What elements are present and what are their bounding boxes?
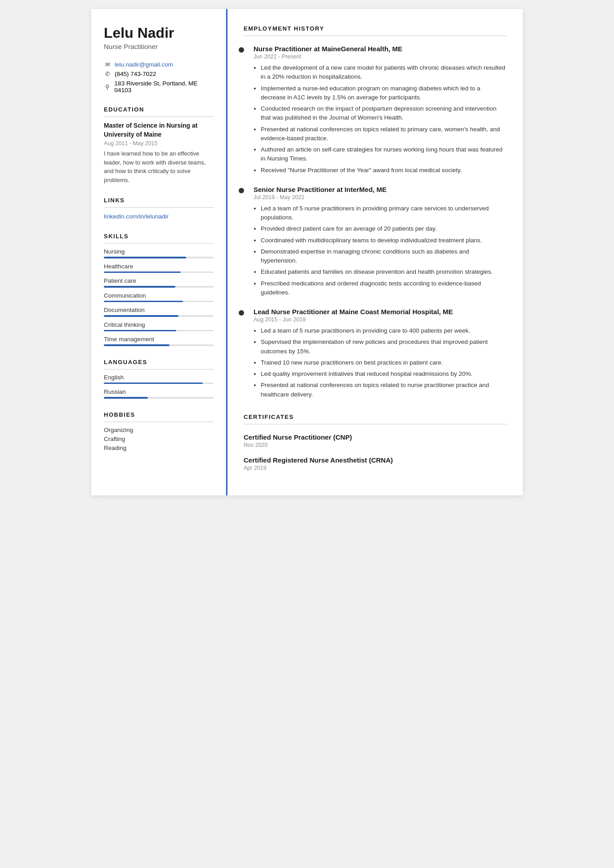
skill-bar-bg xyxy=(104,286,214,288)
language-bar-fill xyxy=(104,397,148,399)
skill-name: Communication xyxy=(104,292,214,299)
linkedin-link[interactable]: linkedin.com/in/lelunadir xyxy=(104,213,169,220)
bullet-item: Educated patients and families on diseas… xyxy=(261,267,507,276)
bullet-item: Led a team of 5 nurse practitioners in p… xyxy=(261,326,507,335)
skill-item: Healthcare xyxy=(104,263,214,273)
emp-dot xyxy=(239,310,244,316)
skill-bar-fill xyxy=(104,315,178,317)
edu-date: Aug 2011 - May 2015 xyxy=(104,140,214,147)
skill-name: Patient care xyxy=(104,277,214,284)
cert-date: Apr 2019 xyxy=(244,465,507,471)
skill-bar-bg xyxy=(104,330,214,332)
skill-name: Healthcare xyxy=(104,263,214,270)
skill-bar-fill xyxy=(104,301,183,303)
emp-dot xyxy=(239,47,244,53)
employment-section-title: Employment History xyxy=(244,25,507,36)
languages-section-title: Languages xyxy=(104,359,214,369)
language-item: Russian xyxy=(104,388,214,399)
language-bar-fill xyxy=(104,383,203,384)
skill-bar-fill xyxy=(104,344,169,346)
skill-name: Documentation xyxy=(104,307,214,313)
skill-bar-bg xyxy=(104,315,214,317)
cert-date: Nov 2020 xyxy=(244,442,507,448)
education-entry: Master of Science in Nursing at Universi… xyxy=(104,121,214,184)
skill-bar-bg xyxy=(104,272,214,273)
certificates-section-title: Certificates xyxy=(244,414,507,424)
skill-item: Communication xyxy=(104,292,214,303)
skill-bar-fill xyxy=(104,286,175,288)
skill-bar-fill xyxy=(104,272,181,273)
skills-list: Nursing Healthcare Patient care Communic… xyxy=(104,248,214,346)
skill-item: Documentation xyxy=(104,307,214,317)
edu-description: I have learned how to be an effective le… xyxy=(104,149,214,184)
skill-item: Patient care xyxy=(104,277,214,288)
education-section-title: Education xyxy=(104,106,214,117)
bullet-item: Led the development of a new care model … xyxy=(261,63,507,82)
cert-title: Certified Nurse Practitioner (CNP) xyxy=(244,433,507,441)
bullet-item: Demonstrated expertise in managing chron… xyxy=(261,247,507,266)
phone-icon: ✆ xyxy=(104,71,111,77)
email-link[interactable]: lelu.nadir@gmail.com xyxy=(115,61,173,68)
hobby-item: Organizing xyxy=(104,427,214,433)
bullet-item: Conducted research on the impact of post… xyxy=(261,104,507,123)
email-item: ✉ lelu.nadir@gmail.com xyxy=(104,61,214,68)
bullet-item: Led a team of 5 nurse practitioners in p… xyxy=(261,204,507,223)
certificate-entry: Certified Registered Nurse Anesthetist (… xyxy=(244,456,507,471)
emp-bullets: Led the development of a new care model … xyxy=(254,63,507,175)
bullet-item: Presented at national conferences on top… xyxy=(261,125,507,143)
skills-section-title: Skills xyxy=(104,233,214,244)
languages-list: English Russian xyxy=(104,374,214,399)
bullet-item: Authored an article on self-care strateg… xyxy=(261,145,507,164)
left-column: Lelu Nadir Nurse Practitioner ✉ lelu.nad… xyxy=(91,9,226,495)
edu-degree: Master of Science in Nursing at Universi… xyxy=(104,121,214,139)
bullet-item: Implemented a nurse-led education progra… xyxy=(261,84,507,102)
skill-bar-bg xyxy=(104,257,214,258)
email-icon: ✉ xyxy=(104,61,111,68)
employment-entry: Nurse Practitioner at MaineGeneral Healt… xyxy=(244,45,507,175)
resume-container: Lelu Nadir Nurse Practitioner ✉ lelu.nad… xyxy=(91,9,523,495)
employment-list: Nurse Practitioner at MaineGeneral Healt… xyxy=(244,45,507,399)
emp-title: Senior Nurse Practitioner at InterMed, M… xyxy=(254,186,507,193)
name: Lelu Nadir xyxy=(104,25,214,41)
certificate-entry: Certified Nurse Practitioner (CNP) Nov 2… xyxy=(244,433,507,448)
hobby-item: Reading xyxy=(104,445,214,451)
skill-bar-bg xyxy=(104,344,214,346)
hobby-item: Crafting xyxy=(104,436,214,442)
emp-date: Jun 2022 - Present xyxy=(254,53,507,60)
emp-bullets: Led a team of 5 nurse practitioners in p… xyxy=(254,326,507,399)
skill-bar-bg xyxy=(104,301,214,303)
bullet-item: Presented at national conferences on top… xyxy=(261,381,507,399)
right-column: Employment History Nurse Practitioner at… xyxy=(226,9,523,495)
phone-item: ✆ (845) 743-7022 xyxy=(104,71,214,77)
skill-item: Nursing xyxy=(104,248,214,258)
cert-title: Certified Registered Nurse Anesthetist (… xyxy=(244,456,507,464)
language-name: Russian xyxy=(104,388,214,395)
address-text: 183 Riverside St, Portland, ME 04103 xyxy=(115,80,214,93)
bullet-item: Trained 10 new nurse practitioners on be… xyxy=(261,358,507,367)
emp-bullets: Led a team of 5 nurse practitioners in p… xyxy=(254,204,507,297)
job-title: Nurse Practitioner xyxy=(104,43,214,50)
bullet-item: Led quality improvement initiatives that… xyxy=(261,369,507,378)
emp-title: Nurse Practitioner at MaineGeneral Healt… xyxy=(254,45,507,53)
employment-entry: Lead Nurse Practitioner at Maine Coast M… xyxy=(244,308,507,399)
language-item: English xyxy=(104,374,214,384)
emp-dot xyxy=(239,188,244,193)
skill-item: Time management xyxy=(104,336,214,346)
bullet-item: Coordinated with multidisciplinary teams… xyxy=(261,236,507,245)
bullet-item: Provided direct patient care for an aver… xyxy=(261,224,507,233)
skill-bar-fill xyxy=(104,330,176,332)
linkedin-link-item: linkedin.com/in/lelunadir xyxy=(104,212,214,220)
emp-date: Jul 2019 - May 2022 xyxy=(254,194,507,200)
certificates-list: Certified Nurse Practitioner (CNP) Nov 2… xyxy=(244,433,507,471)
bullet-item: Supervised the implementation of new pol… xyxy=(261,338,507,356)
emp-date: Aug 2015 - Jun 2019 xyxy=(254,316,507,323)
bullet-item: Received "Nurse Practitioner of the Year… xyxy=(261,166,507,175)
skill-bar-fill xyxy=(104,257,186,258)
skill-item: Critical thinking xyxy=(104,321,214,332)
skill-name: Time management xyxy=(104,336,214,343)
links-section-title: Links xyxy=(104,197,214,208)
skill-name: Nursing xyxy=(104,248,214,255)
hobbies-section-title: Hobbies xyxy=(104,411,214,422)
skill-name: Critical thinking xyxy=(104,321,214,328)
bullet-item: Prescribed medications and ordered diagn… xyxy=(261,279,507,298)
